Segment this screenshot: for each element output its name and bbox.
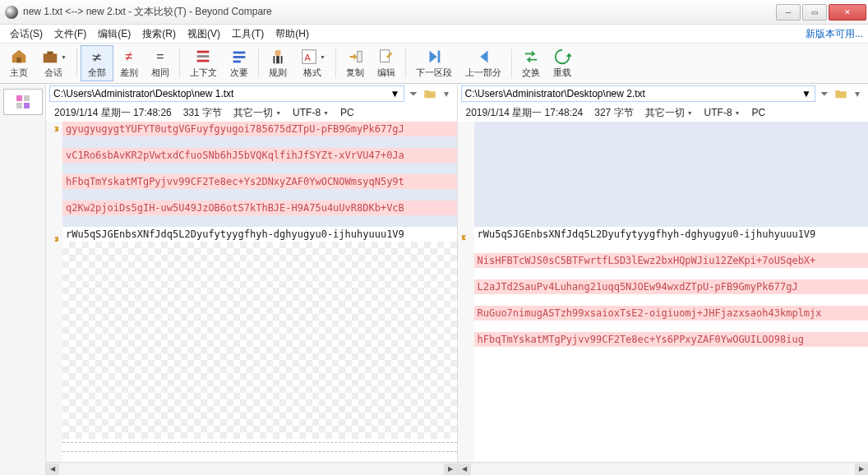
same-line[interactable]: rWu5qSJGEnbsXNfJdq5L2Dyufytyygfhyh-dghyu… bbox=[62, 227, 457, 242]
next-section-icon bbox=[425, 48, 443, 66]
right-content[interactable]: rWu5qSJGEnbsXNfJdq5L2Dyufytyygfhyh-dghyu… bbox=[458, 122, 869, 462]
diff-line[interactable]: gyugyugygtYUFYT0utgVGFuyfgyugoi785675dZT… bbox=[62, 122, 457, 136]
swap-button[interactable]: 交换 bbox=[515, 46, 547, 81]
left-other[interactable]: 其它一切 bbox=[233, 106, 273, 120]
menu-edit[interactable]: 编辑(E) bbox=[93, 25, 136, 43]
svg-rect-6 bbox=[233, 52, 246, 54]
scroll-right-button[interactable]: ▶ bbox=[444, 463, 457, 475]
gap-line bbox=[474, 321, 869, 332]
prev-part-button[interactable]: 上一部分 bbox=[459, 46, 508, 81]
menu-session[interactable]: 会话(S) bbox=[5, 25, 48, 43]
same-line[interactable]: rWu5qSJGEnbsXNfJdq5L2Dyufytyygfhyh-dghyu… bbox=[474, 227, 869, 242]
format-label: 格式 bbox=[303, 67, 321, 79]
left-path-input[interactable]: C:\Users\Administrator\Desktop\new 1.txt… bbox=[49, 85, 404, 102]
menu-file[interactable]: 文件(F) bbox=[49, 25, 91, 43]
diff-line[interactable]: q2Kw2pjoiDs5gIH-uw5U49JzOB6otS7kThBJE-H9… bbox=[62, 201, 457, 215]
right-open-button[interactable] bbox=[833, 86, 848, 101]
diff-arrow-icon bbox=[48, 123, 60, 135]
diff-line[interactable]: hFbqTmYskatMTgPyjvv99CF2Te8ec+Ys6PPxyZAF… bbox=[474, 332, 869, 347]
next-section-button[interactable]: 下一区段 bbox=[409, 46, 459, 81]
session-tabstrip bbox=[0, 84, 46, 475]
maximize-button[interactable]: ▭ bbox=[802, 4, 827, 21]
right-other[interactable]: 其它一切 bbox=[645, 106, 685, 120]
titlebar: new 1.txt <--> new 2.txt - 文本比较(T) - Bey… bbox=[0, 0, 868, 25]
left-open-button[interactable] bbox=[422, 86, 437, 101]
left-gutter bbox=[46, 122, 62, 462]
svg-rect-12 bbox=[279, 56, 281, 63]
diff-button[interactable]: ≠ 差别 bbox=[113, 46, 145, 81]
session-label: 会话 bbox=[44, 67, 62, 79]
right-encoding[interactable]: UTF-8 bbox=[704, 107, 732, 118]
gap-line bbox=[474, 201, 869, 215]
home-icon bbox=[10, 48, 28, 66]
menu-tools[interactable]: 工具(T) bbox=[227, 25, 269, 43]
context-button[interactable]: 上下文 bbox=[183, 46, 224, 81]
right-gutter bbox=[458, 122, 474, 462]
copy-button[interactable]: 复制 bbox=[339, 46, 371, 81]
home-button[interactable]: 主页 bbox=[3, 46, 35, 81]
right-dropdown-button[interactable]: ▾ bbox=[850, 86, 865, 101]
svg-rect-15 bbox=[358, 52, 362, 62]
app-icon bbox=[5, 6, 18, 19]
right-history-button[interactable]: ⏷ bbox=[817, 86, 832, 101]
diff-line[interactable]: NisHFBTcWJS0sC5BTFwrtfLSD3lEwz2bxHQpWJiu… bbox=[474, 253, 869, 268]
not-equal-red-icon: ≠ bbox=[120, 48, 138, 66]
left-dropdown-button[interactable]: ▾ bbox=[439, 86, 454, 101]
equal-icon: = bbox=[151, 48, 169, 66]
right-pathbar: C:\Users\Administrator\Desktop\new 2.txt… bbox=[458, 84, 869, 104]
chevron-down-icon[interactable]: ▼ bbox=[801, 88, 811, 99]
menu-search[interactable]: 搜索(R) bbox=[137, 25, 181, 43]
minimize-button[interactable]: ─ bbox=[776, 4, 801, 21]
scroll-left-button[interactable]: ◀ bbox=[46, 463, 59, 475]
minor-button[interactable]: 次要 bbox=[224, 46, 255, 81]
right-path-input[interactable]: C:\Users\Administrator\Desktop\new 2.txt… bbox=[461, 85, 816, 102]
new-version-link[interactable]: 新版本可用... bbox=[806, 27, 863, 41]
reload-icon bbox=[553, 48, 571, 66]
session-tab[interactable] bbox=[3, 89, 43, 115]
swap-label: 交换 bbox=[522, 67, 540, 79]
gap-line bbox=[474, 174, 869, 189]
svg-rect-4 bbox=[197, 55, 210, 58]
referee-icon bbox=[269, 48, 287, 66]
gap-line bbox=[474, 268, 869, 279]
rules-label: 规则 bbox=[269, 67, 287, 79]
svg-text:A: A bbox=[304, 53, 311, 62]
right-pane: C:\Users\Administrator\Desktop\new 2.txt… bbox=[458, 84, 869, 475]
format-icon: A bbox=[300, 48, 318, 66]
diff-line[interactable]: L2aJTd2SauPv4Luhang21uqq5NJOEw94wxdZTpU-… bbox=[474, 279, 869, 294]
swap-icon bbox=[522, 48, 540, 66]
minor-label: 次要 bbox=[230, 67, 248, 79]
context-label: 上下文 bbox=[190, 67, 217, 79]
home-label: 主页 bbox=[10, 67, 28, 79]
format-button[interactable]: A▼ 格式 bbox=[293, 46, 332, 81]
right-hscrollbar[interactable]: ◀ ▶ bbox=[458, 462, 869, 475]
edit-button[interactable]: 编辑 bbox=[371, 46, 402, 81]
not-equal-icon: ≭ bbox=[88, 48, 106, 66]
right-infobar: 2019/1/14 星期一 17:48:24 327 字节 其它一切▼ UTF-… bbox=[458, 104, 869, 122]
chevron-down-icon[interactable]: ▼ bbox=[390, 88, 400, 99]
gap-line bbox=[474, 242, 869, 253]
menu-help[interactable]: 帮助(H) bbox=[270, 25, 314, 43]
left-history-button[interactable]: ⏷ bbox=[406, 86, 421, 101]
left-content[interactable]: gyugyugygtYUFYT0utgVGFuyfgyugoi785675dZT… bbox=[46, 122, 457, 462]
all-button[interactable]: ≭ 全部 bbox=[81, 45, 113, 81]
rules-button[interactable]: 规则 bbox=[262, 46, 293, 81]
scroll-right-button[interactable]: ▶ bbox=[855, 463, 868, 475]
edit-icon bbox=[377, 48, 395, 66]
left-hscrollbar[interactable]: ◀ ▶ bbox=[46, 462, 457, 475]
svg-rect-10 bbox=[273, 56, 282, 63]
left-empty-area bbox=[62, 242, 457, 439]
diff-line[interactable]: hFbqTmYskatMTgPyjvv99CF2Te8ec+Ys2DNxyZAF… bbox=[62, 174, 457, 189]
left-encoding[interactable]: UTF-8 bbox=[293, 107, 321, 118]
diff-line[interactable]: RuGuo7nimugASTzh99xsaioxTsE2-oigiuomj+JH… bbox=[474, 306, 869, 321]
session-button[interactable]: ▼ 会话 bbox=[35, 46, 73, 81]
diff-line[interactable]: vC1Ro6sbAvKR2pVwtxdCfuoSNb6hJ5bVQKqlfihJ… bbox=[62, 148, 457, 163]
same-button[interactable]: = 相同 bbox=[145, 46, 176, 81]
close-button[interactable]: ✕ bbox=[829, 4, 866, 21]
minor-icon bbox=[230, 48, 248, 66]
menu-view[interactable]: 视图(V) bbox=[182, 25, 225, 43]
diff-label: 差别 bbox=[120, 67, 138, 79]
scroll-left-button[interactable]: ◀ bbox=[458, 463, 471, 475]
right-size: 327 字节 bbox=[594, 106, 633, 120]
reload-button[interactable]: 重载 bbox=[547, 46, 578, 81]
